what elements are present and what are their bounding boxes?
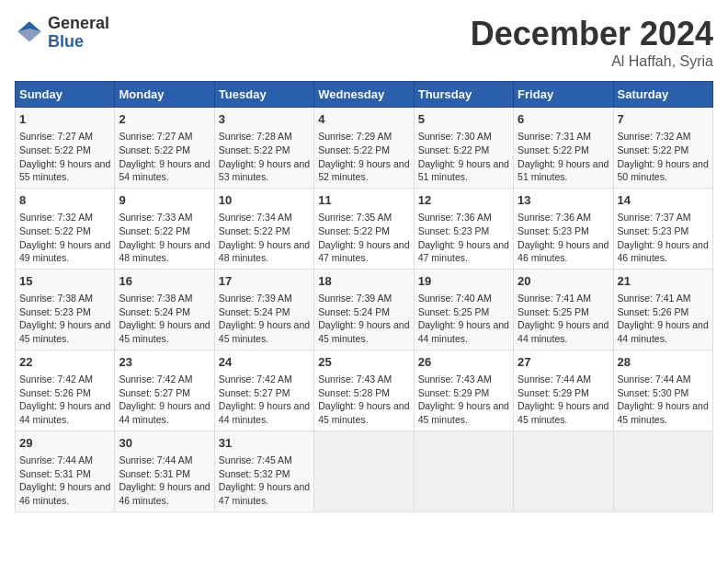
sunset-text: Sunset: 5:23 PM: [418, 225, 490, 236]
header: General Blue December 2024 Al Haffah, Sy…: [15, 15, 713, 70]
location-title: Al Haffah, Syria: [471, 53, 713, 70]
sunset-text: Sunset: 5:29 PM: [418, 387, 490, 398]
sunset-text: Sunset: 5:32 PM: [219, 468, 290, 479]
logo-icon: [15, 18, 44, 48]
daylight-text: Daylight: 9 hours and 50 minutes.: [618, 158, 709, 183]
calendar-cell: 6Sunrise: 7:31 AMSunset: 5:22 PMDaylight…: [514, 108, 613, 189]
header-thursday: Thursday: [414, 82, 513, 108]
sunrise-text: Sunrise: 7:27 AM: [19, 131, 93, 142]
calendar-cell: 20Sunrise: 7:41 AMSunset: 5:25 PMDayligh…: [514, 269, 613, 350]
sunrise-text: Sunrise: 7:42 AM: [19, 373, 93, 385]
calendar-cell: 5Sunrise: 7:30 AMSunset: 5:22 PMDaylight…: [414, 108, 513, 189]
sunset-text: Sunset: 5:22 PM: [318, 225, 390, 236]
week-row-3: 15Sunrise: 7:38 AMSunset: 5:23 PMDayligh…: [16, 269, 713, 350]
daylight-text: Daylight: 9 hours and 45 minutes.: [318, 319, 409, 344]
day-number: 31: [219, 435, 310, 452]
day-number: 27: [518, 354, 609, 371]
header-monday: Monday: [115, 82, 214, 108]
day-number: 30: [119, 435, 210, 452]
sunrise-text: Sunrise: 7:43 AM: [418, 373, 492, 385]
header-friday: Friday: [514, 82, 613, 108]
sunrise-text: Sunrise: 7:36 AM: [418, 212, 492, 223]
sunrise-text: Sunrise: 7:38 AM: [19, 293, 93, 304]
sunset-text: Sunset: 5:26 PM: [618, 306, 689, 317]
day-number: 10: [219, 192, 310, 209]
daylight-text: Daylight: 9 hours and 44 minutes.: [618, 319, 709, 344]
day-number: 24: [219, 354, 310, 371]
calendar-header-row: SundayMondayTuesdayWednesdayThursdayFrid…: [16, 82, 713, 108]
day-number: 6: [518, 111, 609, 128]
calendar-cell: 4Sunrise: 7:29 AMSunset: 5:22 PMDaylight…: [314, 108, 414, 189]
calendar-cell: 30Sunrise: 7:44 AMSunset: 5:31 PMDayligh…: [115, 431, 214, 511]
sunrise-text: Sunrise: 7:32 AM: [19, 212, 93, 223]
daylight-text: Daylight: 9 hours and 46 minutes.: [19, 481, 110, 506]
sunset-text: Sunset: 5:22 PM: [318, 144, 390, 155]
week-row-4: 22Sunrise: 7:42 AMSunset: 5:26 PMDayligh…: [16, 350, 713, 431]
calendar-cell: 31Sunrise: 7:45 AMSunset: 5:32 PMDayligh…: [214, 431, 313, 511]
header-saturday: Saturday: [613, 82, 712, 108]
sunrise-text: Sunrise: 7:39 AM: [219, 293, 292, 304]
sunset-text: Sunset: 5:27 PM: [219, 387, 290, 398]
daylight-text: Daylight: 9 hours and 45 minutes.: [618, 400, 709, 425]
calendar-cell: 1Sunrise: 7:27 AMSunset: 5:22 PMDaylight…: [16, 108, 115, 189]
daylight-text: Daylight: 9 hours and 45 minutes.: [518, 400, 609, 425]
daylight-text: Daylight: 9 hours and 44 minutes.: [219, 400, 310, 425]
calendar-cell: 15Sunrise: 7:38 AMSunset: 5:23 PMDayligh…: [16, 269, 115, 350]
day-number: 22: [19, 354, 110, 371]
calendar-cell: 7Sunrise: 7:32 AMSunset: 5:22 PMDaylight…: [613, 108, 712, 189]
sunset-text: Sunset: 5:22 PM: [19, 144, 91, 155]
calendar-cell: 24Sunrise: 7:42 AMSunset: 5:27 PMDayligh…: [214, 350, 313, 431]
week-row-2: 8Sunrise: 7:32 AMSunset: 5:22 PMDaylight…: [16, 188, 713, 269]
sunset-text: Sunset: 5:22 PM: [518, 144, 589, 155]
sunset-text: Sunset: 5:23 PM: [618, 225, 689, 236]
daylight-text: Daylight: 9 hours and 48 minutes.: [119, 239, 210, 264]
calendar-cell: 8Sunrise: 7:32 AMSunset: 5:22 PMDaylight…: [16, 188, 115, 269]
sunrise-text: Sunrise: 7:27 AM: [119, 131, 192, 142]
calendar-cell: 29Sunrise: 7:44 AMSunset: 5:31 PMDayligh…: [16, 431, 115, 511]
sunset-text: Sunset: 5:22 PM: [19, 225, 91, 236]
day-number: 7: [618, 111, 709, 128]
sunset-text: Sunset: 5:31 PM: [19, 468, 91, 479]
sunset-text: Sunset: 5:31 PM: [119, 468, 190, 479]
daylight-text: Daylight: 9 hours and 46 minutes.: [119, 481, 210, 506]
day-number: 2: [119, 111, 210, 128]
day-number: 12: [418, 192, 509, 209]
calendar-cell: 10Sunrise: 7:34 AMSunset: 5:22 PMDayligh…: [214, 188, 313, 269]
sunrise-text: Sunrise: 7:44 AM: [618, 373, 691, 385]
sunrise-text: Sunrise: 7:31 AM: [518, 131, 591, 142]
sunset-text: Sunset: 5:28 PM: [318, 387, 390, 398]
sunset-text: Sunset: 5:22 PM: [119, 144, 190, 155]
calendar-cell: 9Sunrise: 7:33 AMSunset: 5:22 PMDaylight…: [115, 188, 214, 269]
day-number: 11: [318, 192, 409, 209]
daylight-text: Daylight: 9 hours and 51 minutes.: [518, 158, 609, 183]
calendar-cell: 23Sunrise: 7:42 AMSunset: 5:27 PMDayligh…: [115, 350, 214, 431]
calendar-cell: 21Sunrise: 7:41 AMSunset: 5:26 PMDayligh…: [613, 269, 712, 350]
daylight-text: Daylight: 9 hours and 44 minutes.: [418, 319, 509, 344]
sunrise-text: Sunrise: 7:36 AM: [518, 212, 591, 223]
day-number: 25: [318, 354, 409, 371]
sunrise-text: Sunrise: 7:40 AM: [418, 293, 492, 304]
title-area: December 2024 Al Haffah, Syria: [471, 15, 713, 70]
day-number: 13: [518, 192, 609, 209]
sunrise-text: Sunrise: 7:44 AM: [518, 373, 591, 385]
sunrise-text: Sunrise: 7:41 AM: [518, 293, 591, 304]
daylight-text: Daylight: 9 hours and 44 minutes.: [518, 319, 609, 344]
day-number: 17: [219, 273, 310, 290]
daylight-text: Daylight: 9 hours and 49 minutes.: [19, 239, 110, 264]
calendar-cell: 3Sunrise: 7:28 AMSunset: 5:22 PMDaylight…: [214, 108, 313, 189]
calendar-cell: 26Sunrise: 7:43 AMSunset: 5:29 PMDayligh…: [414, 350, 513, 431]
daylight-text: Daylight: 9 hours and 45 minutes.: [318, 400, 409, 425]
daylight-text: Daylight: 9 hours and 45 minutes.: [219, 319, 310, 344]
sunrise-text: Sunrise: 7:42 AM: [219, 373, 292, 385]
sunset-text: Sunset: 5:22 PM: [219, 144, 290, 155]
sunset-text: Sunset: 5:25 PM: [418, 306, 490, 317]
daylight-text: Daylight: 9 hours and 48 minutes.: [219, 239, 310, 264]
daylight-text: Daylight: 9 hours and 44 minutes.: [119, 400, 210, 425]
sunset-text: Sunset: 5:27 PM: [119, 387, 190, 398]
day-number: 1: [19, 111, 110, 128]
calendar-cell: 18Sunrise: 7:39 AMSunset: 5:24 PMDayligh…: [314, 269, 414, 350]
day-number: 9: [119, 192, 210, 209]
week-row-5: 29Sunrise: 7:44 AMSunset: 5:31 PMDayligh…: [16, 431, 713, 511]
sunset-text: Sunset: 5:22 PM: [618, 144, 689, 155]
sunset-text: Sunset: 5:25 PM: [518, 306, 589, 317]
